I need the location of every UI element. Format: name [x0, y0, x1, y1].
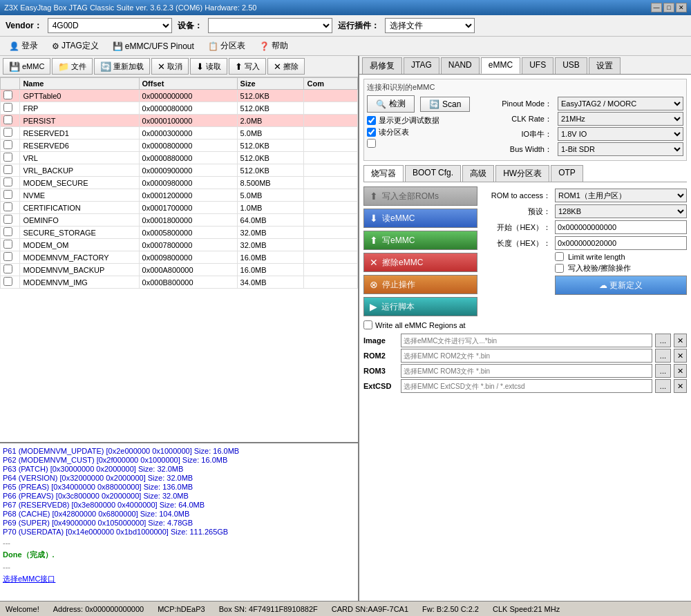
row-checkbox[interactable] [3, 215, 12, 224]
sub-tab-otp[interactable]: OTP [551, 165, 583, 182]
table-row[interactable]: MODEMNVM_FACTORY 0x0009800000 16.0MB [1, 251, 358, 264]
row-checkbox-cell[interactable] [1, 164, 20, 177]
read-button[interactable]: ⬇ 读取 [190, 58, 227, 75]
erase-button[interactable]: ✕ 擦除 [267, 58, 305, 75]
row-checkbox[interactable] [3, 177, 12, 186]
table-row[interactable]: PERSIST 0x0000100000 2.0MB [1, 115, 358, 127]
detect-button[interactable]: 🔍 检测 [367, 95, 415, 113]
row-checkbox[interactable] [3, 240, 12, 249]
io-voltage-select[interactable]: 1.8V IO [558, 127, 683, 141]
rom-to-access-select[interactable]: ROM1（主用户区） [555, 189, 687, 202]
table-row[interactable]: MODEMNVM_BACKUP 0x000A800000 16.0MB [1, 264, 358, 276]
rom2-input[interactable] [401, 349, 652, 363]
row-checkbox[interactable] [3, 190, 12, 199]
extcsd-input[interactable] [401, 379, 652, 393]
menu-login[interactable]: 👤 登录 [3, 38, 44, 54]
rom3-input[interactable] [401, 364, 652, 378]
row-checkbox-cell[interactable] [1, 202, 20, 214]
sub-tab-advanced[interactable]: 高级 [462, 165, 494, 182]
image-input[interactable] [401, 334, 652, 347]
pinout-mode-select[interactable]: EasyJTAG2 / MOORC [558, 97, 683, 110]
emmc-button[interactable]: 💾 eMMC [3, 58, 50, 75]
row-checkbox[interactable] [3, 128, 12, 137]
close-button[interactable]: ✕ [676, 3, 687, 12]
table-row[interactable]: MODEM_OM 0x0007800000 32.0MB [1, 239, 358, 251]
plugin-dropdown[interactable]: 选择文件 [385, 18, 475, 33]
row-checkbox[interactable] [3, 165, 12, 174]
row-checkbox[interactable] [3, 202, 12, 211]
rom2-clear-button[interactable]: ✕ [674, 349, 687, 363]
row-checkbox[interactable] [3, 264, 12, 273]
table-row[interactable]: MODEMNVM_IMG 0x000B800000 34.0MB [1, 276, 358, 289]
rom3-clear-button[interactable]: ✕ [674, 364, 687, 378]
vendor-dropdown[interactable]: 4G00D [48, 18, 172, 33]
row-checkbox-cell[interactable] [1, 214, 20, 227]
bus-width-select[interactable]: 1-Bit SDR [558, 142, 683, 156]
row-checkbox-cell[interactable] [1, 115, 20, 127]
partition-table-container[interactable]: Name Offset Size Com GPTTable0 0x0000000… [0, 77, 358, 442]
cancel-button[interactable]: ✕ 取消 [151, 58, 189, 75]
row-checkbox[interactable] [3, 103, 12, 112]
sub-tab-boot-cfg[interactable]: BOOT Cfg. [405, 165, 461, 182]
table-row[interactable]: RESERVED6 0x0000800000 512.0KB [1, 139, 358, 152]
row-checkbox[interactable] [3, 90, 12, 99]
clk-rate-select[interactable]: 21MHz [558, 112, 683, 126]
table-row[interactable]: SECURE_STORAGE 0x0005800000 32.0MB [1, 227, 358, 239]
row-checkbox-cell[interactable] [1, 90, 20, 102]
rom3-browse-button[interactable]: ... [655, 364, 671, 378]
write-all-roms-button[interactable]: ⬆ 写入全部ROMs [363, 186, 477, 206]
image-clear-button[interactable]: ✕ [674, 334, 687, 347]
row-checkbox[interactable] [3, 277, 12, 286]
tab-usb[interactable]: USB [555, 57, 587, 74]
tab-ufs[interactable]: UFS [522, 57, 553, 74]
image-browse-button[interactable]: ... [655, 334, 671, 347]
table-row[interactable]: VRL 0x0000880000 512.0KB [1, 152, 358, 164]
row-checkbox-cell[interactable] [1, 239, 20, 251]
row-checkbox[interactable] [3, 227, 12, 236]
write-all-checkbox[interactable] [363, 320, 372, 329]
log-area[interactable]: P61 (MODEMNVM_UPDATE) [0x2e000000 0x1000… [0, 442, 358, 601]
update-definition-button[interactable]: ☁ 更新定义 [555, 276, 687, 295]
menu-partition[interactable]: 📋 分区表 [202, 38, 252, 54]
sub-tab-hw-partition[interactable]: HW分区表 [495, 165, 549, 182]
table-row[interactable]: GPTTable0 0x0000000000 512.0KB [1, 90, 358, 102]
row-checkbox-cell[interactable] [1, 102, 20, 115]
row-checkbox-cell[interactable] [1, 189, 20, 202]
extra-checkbox[interactable] [367, 139, 376, 148]
row-checkbox-cell[interactable] [1, 227, 20, 239]
table-row[interactable]: MODEM_SECURE 0x0000980000 8.500MB [1, 177, 358, 189]
maximize-button[interactable]: □ [663, 3, 674, 12]
table-row[interactable]: NVME 0x0001200000 5.0MB [1, 189, 358, 202]
select-emmc-link[interactable]: 选择eMMC接口 [3, 574, 355, 584]
table-row[interactable]: OEMINFO 0x0001800000 64.0MB [1, 214, 358, 227]
minimize-button[interactable]: — [651, 3, 662, 12]
write-emmc-button[interactable]: ⬆ 写eMMC [363, 231, 477, 250]
length-hex-input[interactable] [555, 236, 687, 250]
tab-nand[interactable]: NAND [441, 57, 480, 74]
debug-checkbox[interactable] [367, 116, 376, 125]
tab-jtag[interactable]: JTAG [404, 57, 439, 74]
row-checkbox-cell[interactable] [1, 152, 20, 164]
row-checkbox[interactable] [3, 153, 12, 162]
table-row[interactable]: CERTIFICATION 0x0001700000 1.0MB [1, 202, 358, 214]
partition-checkbox[interactable] [367, 128, 376, 137]
limit-write-checkbox[interactable] [555, 252, 564, 261]
table-row[interactable]: VRL_BACKUP 0x0000900000 512.0KB [1, 164, 358, 177]
file-button[interactable]: 📁 文件 [52, 58, 93, 75]
row-checkbox[interactable] [3, 252, 12, 261]
table-row[interactable]: RESERVED1 0x0000300000 5.0MB [1, 127, 358, 139]
erase-emmc-button[interactable]: ✕ 擦除eMMC [363, 253, 477, 272]
extcsd-browse-button[interactable]: ... [655, 379, 671, 393]
sub-tab-burner[interactable]: 烧写器 [363, 165, 404, 182]
start-hex-input[interactable] [555, 220, 687, 234]
menu-help[interactable]: ❓ 帮助 [253, 38, 294, 54]
write-verify-checkbox[interactable] [555, 264, 564, 273]
preset-select[interactable]: 128KB [555, 204, 687, 218]
row-checkbox-cell[interactable] [1, 177, 20, 189]
tab-settings[interactable]: 设置 [589, 57, 621, 74]
rom2-browse-button[interactable]: ... [655, 349, 671, 363]
table-row[interactable]: FRP 0x0000080000 512.0KB [1, 102, 358, 115]
extcsd-clear-button[interactable]: ✕ [674, 379, 687, 393]
row-checkbox-cell[interactable] [1, 264, 20, 276]
row-checkbox-cell[interactable] [1, 251, 20, 264]
